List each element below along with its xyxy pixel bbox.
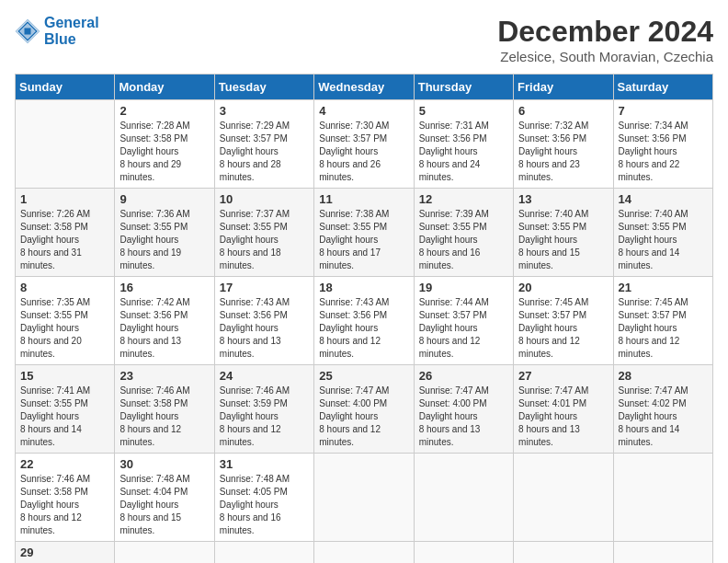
calendar-cell: 3Sunrise: 7:29 AMSunset: 3:57 PMDaylight… — [214, 100, 313, 189]
logo-icon — [15, 18, 40, 44]
calendar-cell: 20Sunrise: 7:45 AMSunset: 3:57 PMDayligh… — [514, 277, 613, 365]
day-number: 23 — [119, 369, 209, 383]
calendar-cell: 18Sunrise: 7:43 AMSunset: 3:56 PMDayligh… — [314, 277, 414, 365]
weekday-header: Friday — [514, 75, 613, 100]
day-info: Sunrise: 7:43 AMSunset: 3:56 PMDaylight … — [319, 296, 408, 361]
day-number: 27 — [518, 369, 608, 383]
day-info: Sunrise: 7:47 AMSunset: 4:00 PMDaylight … — [419, 385, 508, 449]
day-info: Sunrise: 7:46 AMSunset: 3:58 PMDaylight … — [119, 385, 209, 449]
day-info: Sunrise: 7:26 AMSunset: 3:58 PMDaylight … — [20, 208, 109, 272]
calendar-week-row: 1Sunrise: 7:26 AMSunset: 3:58 PMDaylight… — [16, 189, 713, 277]
calendar-cell: 26Sunrise: 7:47 AMSunset: 4:00 PMDayligh… — [414, 365, 513, 454]
day-number: 3 — [220, 104, 309, 118]
weekday-header: Sunday — [16, 75, 115, 100]
day-info: Sunrise: 7:41 AMSunset: 3:55 PMDaylight … — [20, 385, 109, 449]
calendar-week-row: 22Sunrise: 7:46 AMSunset: 3:58 PMDayligh… — [16, 454, 713, 542]
calendar-cell: 25Sunrise: 7:47 AMSunset: 4:00 PMDayligh… — [314, 365, 414, 454]
calendar-cell: 19Sunrise: 7:44 AMSunset: 3:57 PMDayligh… — [414, 277, 513, 365]
calendar-cell: 29Sunrise: 7:48 AMSunset: 4:03 PMDayligh… — [16, 542, 115, 564]
day-number: 1 — [20, 192, 109, 206]
calendar-cell: 30Sunrise: 7:48 AMSunset: 4:04 PMDayligh… — [115, 454, 214, 542]
calendar-cell — [613, 454, 712, 542]
day-number: 20 — [518, 281, 608, 294]
weekday-header: Saturday — [613, 75, 712, 100]
calendar-cell: 24Sunrise: 7:46 AMSunset: 3:59 PMDayligh… — [214, 365, 313, 454]
day-info: Sunrise: 7:39 AMSunset: 3:55 PMDaylight … — [419, 208, 508, 272]
calendar-cell — [314, 542, 414, 564]
day-info: Sunrise: 7:47 AMSunset: 4:01 PMDaylight … — [518, 385, 608, 449]
day-info: Sunrise: 7:28 AMSunset: 3:58 PMDaylight … — [119, 120, 209, 184]
day-number: 19 — [419, 281, 508, 294]
day-info: Sunrise: 7:32 AMSunset: 3:56 PMDaylight … — [518, 120, 608, 184]
day-number: 24 — [220, 369, 309, 383]
calendar-cell: 21Sunrise: 7:45 AMSunset: 3:57 PMDayligh… — [613, 277, 712, 365]
day-number: 26 — [419, 369, 508, 383]
calendar-cell: 27Sunrise: 7:47 AMSunset: 4:01 PMDayligh… — [514, 365, 613, 454]
day-number: 29 — [20, 546, 109, 559]
day-number: 9 — [119, 192, 209, 206]
day-number: 11 — [319, 192, 408, 206]
day-info: Sunrise: 7:48 AMSunset: 4:04 PMDaylight … — [119, 473, 209, 537]
calendar-cell — [514, 542, 613, 564]
calendar-cell: 15Sunrise: 7:41 AMSunset: 3:55 PMDayligh… — [16, 365, 115, 454]
calendar-cell: 16Sunrise: 7:42 AMSunset: 3:56 PMDayligh… — [115, 277, 214, 365]
day-number: 28 — [619, 369, 708, 383]
weekday-header: Monday — [115, 75, 214, 100]
day-info: Sunrise: 7:46 AMSunset: 3:58 PMDaylight … — [20, 473, 109, 537]
day-info: Sunrise: 7:36 AMSunset: 3:55 PMDaylight … — [119, 208, 209, 272]
day-info: Sunrise: 7:45 AMSunset: 3:57 PMDaylight … — [518, 296, 608, 361]
calendar-week-row: 29Sunrise: 7:48 AMSunset: 4:03 PMDayligh… — [16, 542, 713, 564]
day-number: 6 — [518, 104, 608, 118]
day-info: Sunrise: 7:45 AMSunset: 3:57 PMDaylight … — [619, 296, 708, 361]
logo: General Blue — [15, 15, 99, 47]
day-info: Sunrise: 7:29 AMSunset: 3:57 PMDaylight … — [220, 120, 309, 184]
calendar-cell — [314, 454, 414, 542]
svg-rect-3 — [25, 28, 31, 34]
day-number: 31 — [220, 457, 309, 471]
calendar-cell — [16, 100, 115, 189]
day-info: Sunrise: 7:30 AMSunset: 3:57 PMDaylight … — [319, 120, 408, 184]
location-subtitle: Zelesice, South Moravian, Czechia — [497, 49, 713, 64]
day-number: 16 — [119, 281, 209, 294]
day-info: Sunrise: 7:47 AMSunset: 4:02 PMDaylight … — [619, 385, 708, 449]
calendar-cell: 12Sunrise: 7:39 AMSunset: 3:55 PMDayligh… — [414, 189, 513, 277]
weekday-header: Thursday — [414, 75, 513, 100]
calendar-cell — [414, 542, 513, 564]
calendar-week-row: 15Sunrise: 7:41 AMSunset: 3:55 PMDayligh… — [16, 365, 713, 454]
day-info: Sunrise: 7:35 AMSunset: 3:55 PMDaylight … — [20, 296, 109, 361]
day-number: 18 — [319, 281, 408, 294]
month-title: December 2024 — [497, 15, 713, 49]
page-header: General Blue December 2024 Zelesice, Sou… — [15, 15, 713, 64]
day-info: Sunrise: 7:48 AMSunset: 4:05 PMDaylight … — [220, 473, 309, 537]
calendar-cell: 7Sunrise: 7:34 AMSunset: 3:56 PMDaylight… — [613, 100, 712, 189]
day-number: 15 — [20, 369, 109, 383]
calendar-cell: 14Sunrise: 7:40 AMSunset: 3:55 PMDayligh… — [613, 189, 712, 277]
day-number: 12 — [419, 192, 508, 206]
calendar-week-row: 2Sunrise: 7:28 AMSunset: 3:58 PMDaylight… — [16, 100, 713, 189]
day-number: 25 — [319, 369, 408, 383]
calendar-cell: 4Sunrise: 7:30 AMSunset: 3:57 PMDaylight… — [314, 100, 414, 189]
calendar-cell: 31Sunrise: 7:48 AMSunset: 4:05 PMDayligh… — [214, 454, 313, 542]
calendar-cell — [414, 454, 513, 542]
calendar-cell: 1Sunrise: 7:26 AMSunset: 3:58 PMDaylight… — [16, 189, 115, 277]
calendar-cell: 10Sunrise: 7:37 AMSunset: 3:55 PMDayligh… — [214, 189, 313, 277]
day-number: 7 — [619, 104, 708, 118]
weekday-header: Tuesday — [214, 75, 313, 100]
calendar-cell: 2Sunrise: 7:28 AMSunset: 3:58 PMDaylight… — [115, 100, 214, 189]
day-number: 4 — [319, 104, 408, 118]
day-number: 21 — [619, 281, 708, 294]
day-info: Sunrise: 7:38 AMSunset: 3:55 PMDaylight … — [319, 208, 408, 272]
logo-text: General Blue — [44, 15, 99, 47]
day-number: 13 — [518, 192, 608, 206]
day-info: Sunrise: 7:37 AMSunset: 3:55 PMDaylight … — [220, 208, 309, 272]
weekday-header: Wednesday — [314, 75, 414, 100]
calendar-cell — [214, 542, 313, 564]
day-number: 17 — [220, 281, 309, 294]
day-number: 14 — [619, 192, 708, 206]
day-info: Sunrise: 7:46 AMSunset: 3:59 PMDaylight … — [220, 385, 309, 449]
day-info: Sunrise: 7:42 AMSunset: 3:56 PMDaylight … — [119, 296, 209, 361]
calendar-cell: 13Sunrise: 7:40 AMSunset: 3:55 PMDayligh… — [514, 189, 613, 277]
day-number: 22 — [20, 457, 109, 471]
day-info: Sunrise: 7:40 AMSunset: 3:55 PMDaylight … — [518, 208, 608, 272]
calendar-cell: 8Sunrise: 7:35 AMSunset: 3:55 PMDaylight… — [16, 277, 115, 365]
